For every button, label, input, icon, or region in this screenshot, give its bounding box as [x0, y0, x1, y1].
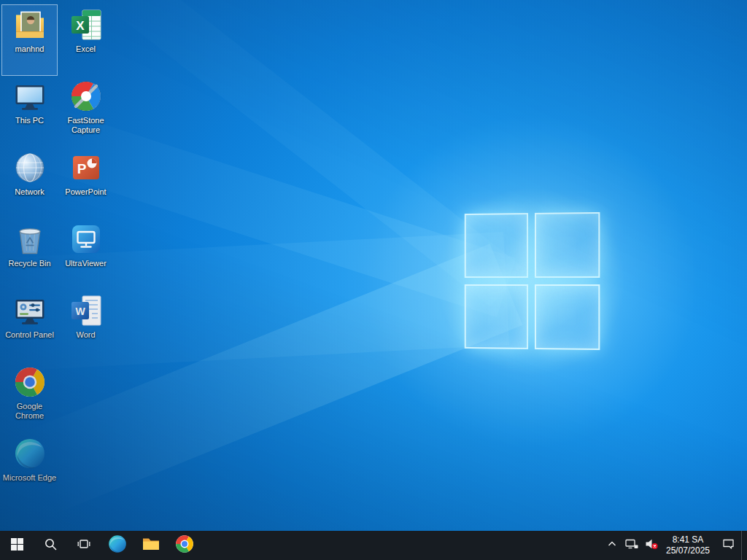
- desktop-icon-manhnd[interactable]: manhnd: [1, 4, 58, 76]
- clock-date: 25/07/2025: [665, 545, 711, 556]
- desktop-icon-label: Recycle Bin: [8, 259, 50, 268]
- action-center-icon: [722, 538, 735, 553]
- taskbar-empty-area[interactable]: [201, 531, 602, 560]
- wallpaper-glow: [436, 187, 626, 376]
- faststone-capture-icon: [70, 79, 102, 114]
- tray-expand-button[interactable]: [602, 531, 622, 560]
- desktop-icon-grid: manhnd This PC: [1, 4, 114, 505]
- clock-time: 8:41 SA: [665, 534, 711, 545]
- edge-icon: [108, 534, 127, 556]
- desktop-icon-excel[interactable]: X Excel: [58, 4, 114, 76]
- chevron-up-icon: [607, 539, 617, 552]
- control-panel-icon: [14, 293, 46, 328]
- windows-logo-pane: [465, 284, 528, 349]
- desktop-icon-label: UltraViewer: [65, 259, 107, 268]
- desktop-icon-label: manhnd: [15, 44, 44, 54]
- chrome-icon: [175, 534, 194, 556]
- taskbar: 8:41 SA 25/07/2025: [0, 531, 747, 560]
- svg-text:P: P: [77, 161, 86, 176]
- tray-volume-button[interactable]: [641, 531, 661, 560]
- desktop-icon-word[interactable]: W Word: [58, 290, 114, 362]
- windows-logo-pane: [465, 213, 528, 278]
- start-button[interactable]: [0, 531, 34, 560]
- desktop-icon-ultraviewer[interactable]: UltraViewer: [58, 219, 114, 290]
- desktop-icon-control-panel[interactable]: Control Panel: [1, 290, 58, 362]
- taskbar-edge-button[interactable]: [101, 531, 134, 560]
- desktop-icon-label: Microsoft Edge: [3, 473, 56, 483]
- desktop-icon-microsoft-edge[interactable]: Microsoft Edge: [1, 433, 58, 505]
- desktop-icon-label: Google Chrome: [2, 402, 57, 421]
- svg-text:X: X: [76, 19, 85, 33]
- volume-muted-icon: [645, 538, 658, 553]
- user-folder-icon: [14, 7, 46, 42]
- wallpaper-glow: [363, 114, 699, 449]
- recycle-bin-icon: [14, 222, 46, 257]
- desktop-icon-network[interactable]: Network: [1, 147, 58, 219]
- windows-logo-pane: [535, 212, 600, 278]
- network-status-icon: [625, 538, 638, 553]
- windows-logo-icon: [11, 538, 23, 553]
- task-view-icon: [77, 538, 90, 553]
- powerpoint-icon: P: [70, 150, 102, 185]
- desktop-icon-label: FastStone Capture: [58, 116, 113, 135]
- chrome-icon: [14, 365, 46, 400]
- desktop-icon-google-chrome[interactable]: Google Chrome: [1, 362, 58, 433]
- this-pc-icon: [14, 79, 46, 114]
- desktop-icon-label: Excel: [76, 44, 96, 54]
- windows-logo-wallpaper: [465, 212, 600, 350]
- search-button[interactable]: [34, 531, 67, 560]
- action-center-button[interactable]: [715, 531, 741, 560]
- show-desktop-button[interactable]: [741, 531, 747, 560]
- taskbar-clock[interactable]: 8:41 SA 25/07/2025: [661, 534, 715, 556]
- desktop-icon-recycle-bin[interactable]: Recycle Bin: [1, 219, 58, 290]
- folder-icon: [142, 534, 160, 556]
- desktop-icon-label: Control Panel: [5, 330, 54, 340]
- desktop-icon-label: Word: [76, 330, 95, 340]
- excel-icon: X: [70, 7, 102, 42]
- task-view-button[interactable]: [67, 531, 101, 560]
- network-globe-icon: [14, 150, 46, 185]
- windows-logo-pane: [535, 284, 600, 350]
- desktop-icon-label: Network: [15, 187, 44, 197]
- desktop[interactable]: manhnd This PC: [0, 0, 747, 531]
- svg-text:W: W: [75, 306, 85, 317]
- desktop-icon-label: This PC: [15, 116, 44, 125]
- desktop-icon-faststone-capture[interactable]: FastStone Capture: [58, 76, 114, 147]
- edge-icon: [14, 436, 46, 471]
- system-tray: 8:41 SA 25/07/2025: [602, 531, 747, 560]
- word-icon: W: [70, 293, 102, 328]
- taskbar-file-explorer-button[interactable]: [134, 531, 168, 560]
- desktop-icon-powerpoint[interactable]: P PowerPoint: [58, 147, 114, 219]
- desktop-icon-this-pc[interactable]: This PC: [1, 76, 58, 147]
- search-icon: [44, 538, 57, 553]
- desktop-icon-label: PowerPoint: [65, 187, 106, 197]
- tray-network-button[interactable]: [622, 531, 641, 560]
- taskbar-chrome-button[interactable]: [168, 531, 201, 560]
- ultraviewer-icon: [70, 222, 102, 257]
